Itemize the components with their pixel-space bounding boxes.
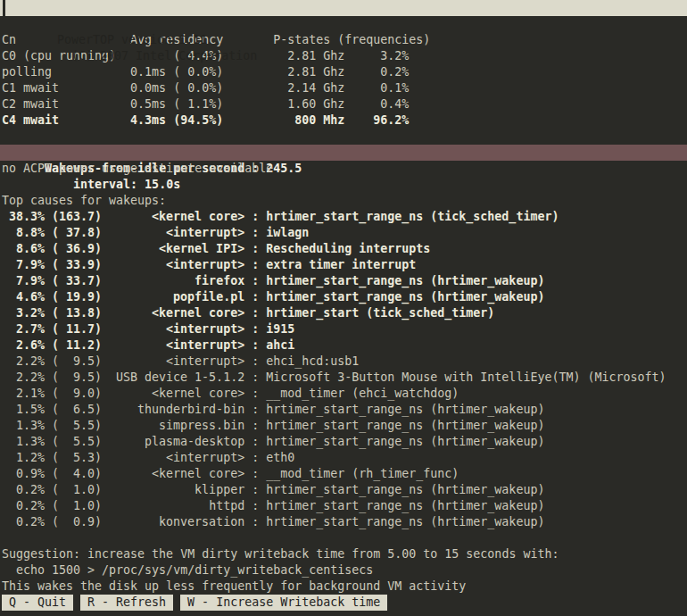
cstate-residency-pct: (94.5%) [173,112,223,129]
wakeup-separator: : [244,450,266,466]
cstate-residency-pct: ( 0.0%) [173,64,223,80]
cstate-avg-residency: 0.5ms [130,96,173,112]
wakeup-pct: 1.3% [2,418,45,434]
wakeup-row: 0.9% ( 4.0) <kernel core> : __mod_timer … [0,466,687,482]
wakeup-row: 2.6% ( 11.2) <interrupt> : ahci [0,337,687,354]
wakeup-row: 3.2% ( 13.8) <kernel core> : hrtimer_sta… [0,305,687,321]
wakeup-row: 2.2% ( 9.5) USB device 1-5.1.2 : Microso… [0,370,687,386]
increase-writeback-button[interactable]: W - Increase Writeback time [180,595,387,611]
wakeup-separator: : [244,257,266,273]
pstate-frequency: 1.60 Ghz [223,96,344,112]
copyright-text: (C) 2007 Intel Corporation [71,49,257,62]
pstate-frequency: 800 Mhz [223,112,344,129]
cstate-row: C2 mwait 0.5ms ( 1.1%) 1.60 Ghz 0.4% [0,96,687,112]
wakeup-reason: hrtimer_start (tick_sched_timer) [266,305,687,321]
powertop-terminal: PowerTOP version 1.11 (C) 2007 Intel Cor… [0,0,687,616]
pstate-usage-pct: 96.2% [344,112,409,129]
cstate-row: C4 mwait 4.3ms (94.5%) 800 Mhz 96.2% [0,112,687,129]
wakeup-count: ( 37.8) [52,225,102,241]
wakeup-source: <kernel IPI> [102,241,244,257]
wakeup-source: plasma-desktop [102,434,244,450]
wakeup-count: ( 5.5) [52,418,102,434]
wakeup-source: <kernel core> [102,466,244,482]
quit-button[interactable]: Q - Quit [2,595,73,611]
wakeup-count: ( 9.5) [52,370,102,386]
wakeup-separator: : [244,209,266,225]
top-causes-heading: Top causes for wakeups: [0,193,687,209]
titlebar-border-notch [3,0,5,16]
cstate-name: polling [2,64,130,80]
wakeup-row: 38.3% (163.7) <kernel core> : hrtimer_st… [0,209,687,225]
wakeup-source: <interrupt> [102,321,244,337]
wakeup-separator: : [244,498,266,514]
wakeup-row: 4.6% ( 19.9) popfile.pl : hrtimer_start_… [0,289,687,305]
wakeup-separator: : [244,482,266,498]
wakeup-reason: __mod_timer (ehci_watchdog) [266,386,687,402]
wakeup-row: 1.3% ( 5.5) simpress.bin : hrtimer_start… [0,418,687,434]
wakeup-separator: : [244,241,266,257]
wakeup-separator: : [244,305,266,321]
wakeup-pct: 4.6% [2,289,45,305]
wakeup-source: USB device 1-5.1.2 [102,370,244,386]
wakeup-pct: 7.9% [2,273,45,289]
wakeup-separator: : [244,225,266,241]
wakeup-pct: 8.8% [2,225,45,241]
wakeup-row: 8.6% ( 36.9) <kernel IPI> : Rescheduling… [0,241,687,257]
wakeup-reason: eth0 [266,450,687,466]
wakeup-source: <interrupt> [102,257,244,273]
suggestion-note: This wakes the disk up less frequently f… [0,579,687,595]
wakeup-pct: 2.2% [2,354,45,370]
cstate-name: C4 mwait [2,112,130,129]
blank-line [0,16,687,32]
wakeup-reason: hrtimer_start_range_ns (hrtimer_wakeup) [266,273,687,289]
wakeup-separator: : [244,321,266,337]
wakeup-row: 1.5% ( 6.5) thunderbird-bin : hrtimer_st… [0,402,687,418]
cstate-row: polling 0.1ms ( 0.0%) 2.81 Ghz 0.2% [0,64,687,80]
wakeup-pct: 0.2% [2,482,45,498]
wakeup-count: ( 33.7) [52,273,102,289]
wakeup-source: konversation [102,514,244,530]
wakeup-pct: 3.2% [2,305,45,321]
wakeup-pct: 0.9% [2,466,45,482]
wakeup-count: ( 33.9) [52,257,102,273]
wakeup-count: ( 9.5) [52,354,102,370]
cstate-avg-residency: 0.0ms [130,80,173,96]
wakeup-reason: iwlagn [266,225,687,241]
wakeup-reason: ahci [266,337,687,354]
wakeup-source: <interrupt> [102,225,244,241]
wakeup-row: 7.9% ( 33.7) firefox : hrtimer_start_ran… [0,273,687,289]
wakeup-pct: 2.1% [2,386,45,402]
wakeup-pct: 2.7% [2,321,45,337]
suggestion-line: Suggestion: increase the VM dirty writeb… [0,546,687,562]
wakeup-count: ( 11.2) [52,337,102,354]
pstate-frequency: 2.14 Ghz [223,80,344,96]
wakeup-pct: 1.2% [2,450,45,466]
wakeup-source: <interrupt> [102,450,244,466]
wakeup-count: ( 13.8) [52,305,102,321]
wakeup-count: ( 0.9) [52,514,102,530]
titlebar: PowerTOP version 1.11 (C) 2007 Intel Cor… [0,0,687,16]
cstate-row: C1 mwait 0.0ms ( 0.0%) 2.14 Ghz 0.1% [0,80,687,96]
wakeup-row: 2.2% ( 9.5) <interrupt> : ehci_hcd:usb1 [0,354,687,370]
wakeup-source: klipper [102,482,244,498]
wakeup-separator: : [244,354,266,370]
wakeup-count: ( 1.0) [52,482,102,498]
wakeup-source: <kernel core> [102,386,244,402]
wakeup-row: 2.1% ( 9.0) <kernel core> : __mod_timer … [0,386,687,402]
wakeup-source: simpress.bin [102,418,244,434]
pstate-usage-pct: 3.2% [344,48,409,64]
suggestion-command: echo 1500 > /proc/sys/vm/dirty_writeback… [0,562,687,579]
wakeup-reason: hrtimer_start_range_ns (hrtimer_wakeup) [266,289,687,305]
wakeup-reason: hrtimer_start_range_ns (hrtimer_wakeup) [266,498,687,514]
wakeup-pct: 38.3% [2,209,45,225]
wakeup-separator: : [244,370,266,386]
wakeup-source: popfile.pl [102,289,244,305]
terminal-body: Cn Avg residency P-states (frequencies) … [0,16,687,611]
wakeup-reason: __mod_timer (rh_timer_func) [266,466,687,482]
wakeup-pct: 8.6% [2,241,45,257]
wakeup-source: <kernel core> [102,209,244,225]
refresh-button[interactable]: R - Refresh [80,595,173,611]
wakeup-reason: Microsoft 3-Button Mouse with IntelliEye… [266,370,687,386]
wakeup-reason: hrtimer_start_range_ns (hrtimer_wakeup) [266,402,687,418]
wakeup-source: <kernel core> [102,305,244,321]
